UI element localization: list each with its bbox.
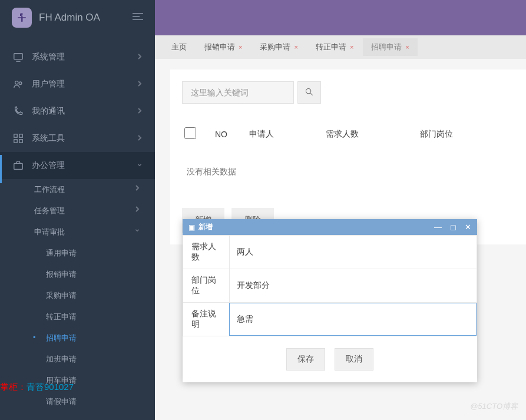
- overlay-text: 掌柜：青苔901027: [0, 382, 74, 393]
- sidebar-item-tools[interactable]: 系统工具: [0, 125, 155, 152]
- search-input[interactable]: [182, 81, 294, 104]
- sidebar-item-label: 办公管理: [32, 160, 137, 171]
- tabs-bar: 主页 报销申请× 采购申请× 转正申请× 招聘申请×: [155, 35, 526, 59]
- tab-purchase[interactable]: 采购申请×: [252, 38, 306, 56]
- col-demand: 需求人数: [326, 129, 420, 140]
- monitor-icon: [13, 52, 24, 62]
- demand-field[interactable]: [229, 236, 477, 269]
- close-icon[interactable]: ×: [294, 44, 297, 51]
- sidebar-item-label: 用户管理: [32, 79, 137, 90]
- select-all-checkbox[interactable]: [184, 127, 196, 139]
- submenu-tasks[interactable]: 任务管理: [0, 200, 155, 221]
- svg-point-12: [306, 88, 310, 93]
- maximize-icon[interactable]: ◻: [450, 223, 456, 232]
- remark-field[interactable]: [229, 303, 477, 336]
- watermark: @51CTO博客: [470, 401, 518, 412]
- svg-point-6: [19, 82, 22, 85]
- sidebar-item-contacts[interactable]: 我的通讯: [0, 98, 155, 125]
- chevron-right-icon: [137, 134, 142, 143]
- dept-field[interactable]: [229, 269, 477, 302]
- svg-rect-8: [19, 134, 22, 137]
- new-dialog: ▣ 新增 — ◻ ✕ 需求人数 部门岗位 备注说明 保存 取消: [183, 219, 477, 382]
- chevron-right-icon: [135, 206, 140, 214]
- svg-rect-7: [14, 134, 17, 137]
- sidebar-item-system[interactable]: 系统管理: [0, 44, 155, 71]
- dept-label: 部门岗位: [183, 269, 229, 302]
- submenu-regular-apply[interactable]: 转正申请: [0, 306, 155, 328]
- svg-point-5: [15, 81, 18, 84]
- demand-label: 需求人数: [183, 236, 229, 269]
- svg-rect-9: [14, 140, 17, 143]
- close-icon[interactable]: ✕: [465, 223, 471, 232]
- close-icon[interactable]: ×: [350, 44, 353, 51]
- tab-home[interactable]: 主页: [163, 38, 195, 56]
- svg-rect-11: [14, 163, 22, 169]
- grid-icon: [13, 133, 24, 144]
- chevron-down-icon: [135, 227, 140, 236]
- svg-line-13: [310, 93, 313, 95]
- phone-icon: [13, 106, 24, 117]
- tab-regular[interactable]: 转正申请×: [307, 38, 362, 56]
- dialog-header[interactable]: ▣ 新增 — ◻ ✕: [183, 219, 477, 235]
- close-icon[interactable]: ×: [405, 44, 409, 51]
- tab-recruit[interactable]: 招聘申请×: [363, 38, 417, 56]
- col-dept: 部门岗位: [420, 129, 497, 140]
- sidebar-item-label: 我的通讯: [32, 106, 137, 117]
- sidebar-item-label: 系统管理: [32, 52, 137, 62]
- users-icon: [13, 79, 24, 90]
- chevron-right-icon: [137, 80, 142, 89]
- dialog-title: 新增: [199, 222, 434, 232]
- close-icon[interactable]: ×: [239, 44, 242, 51]
- chevron-down-icon: [137, 161, 142, 170]
- sidebar-item-label: 系统工具: [32, 133, 137, 144]
- chevron-right-icon: [137, 52, 142, 62]
- submenu-general-apply[interactable]: 通用申请: [0, 243, 155, 264]
- menu-toggle-icon[interactable]: [133, 12, 143, 23]
- empty-state: 没有相关数据: [182, 147, 514, 197]
- submenu-approval[interactable]: 申请审批: [0, 221, 155, 243]
- svg-rect-10: [19, 140, 22, 143]
- save-button[interactable]: 保存: [286, 348, 325, 371]
- briefcase-icon: [13, 160, 24, 171]
- submenu-recruit-apply[interactable]: 招聘申请: [0, 328, 155, 349]
- brand-logo-icon: [12, 8, 32, 28]
- table-header: NO 申请人 需求人数 部门岗位: [182, 121, 514, 147]
- window-icon: ▣: [188, 223, 195, 232]
- submenu-purchase-apply[interactable]: 采购申请: [0, 285, 155, 306]
- remark-label: 备注说明: [183, 303, 229, 336]
- brand-title: FH Admin OA: [39, 12, 100, 24]
- search-icon: [305, 88, 313, 96]
- tab-expense[interactable]: 报销申请×: [196, 38, 250, 56]
- submenu-overtime-apply[interactable]: 加班申请: [0, 349, 155, 370]
- minimize-icon[interactable]: —: [434, 223, 442, 232]
- submenu-label: 申请审批: [34, 227, 65, 236]
- col-no: NO: [215, 130, 249, 139]
- chevron-right-icon: [137, 107, 142, 116]
- sidebar-item-office[interactable]: 办公管理: [0, 152, 155, 179]
- submenu-label: 任务管理: [34, 206, 65, 215]
- submenu-label: 工作流程: [34, 185, 65, 194]
- sidebar-item-users[interactable]: 用户管理: [0, 71, 155, 98]
- submenu-workflow[interactable]: 工作流程: [0, 179, 155, 200]
- svg-rect-3: [14, 54, 22, 59]
- topbar: [155, 0, 526, 35]
- cancel-button[interactable]: 取消: [335, 348, 373, 371]
- submenu-expense-apply[interactable]: 报销申请: [0, 264, 155, 285]
- submenu-leave-apply[interactable]: 请假申请: [0, 391, 155, 412]
- brand-header: FH Admin OA: [0, 0, 155, 35]
- col-applicant: 申请人: [249, 129, 326, 140]
- chevron-right-icon: [135, 184, 140, 193]
- search-button[interactable]: [297, 81, 321, 104]
